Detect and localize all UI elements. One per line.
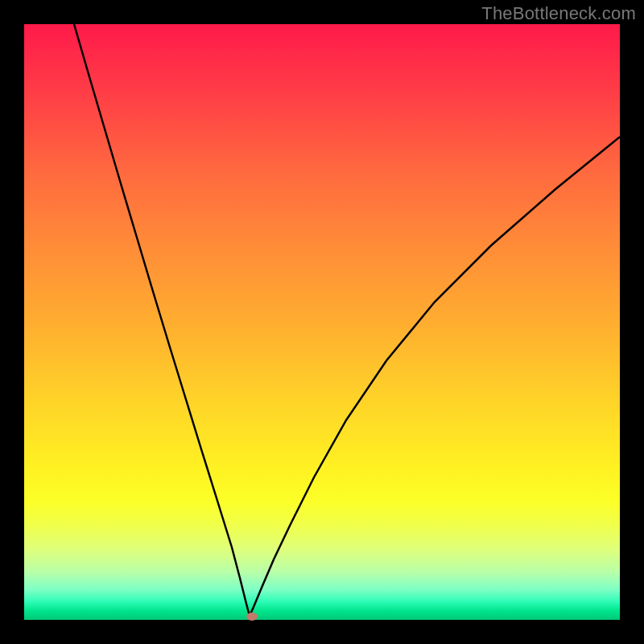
plot-area bbox=[24, 24, 620, 620]
watermark-text: TheBottleneck.com bbox=[481, 3, 636, 24]
minimum-point-dot bbox=[246, 613, 258, 621]
heatmap-gradient bbox=[24, 24, 620, 620]
chart-frame: TheBottleneck.com bbox=[0, 0, 644, 644]
